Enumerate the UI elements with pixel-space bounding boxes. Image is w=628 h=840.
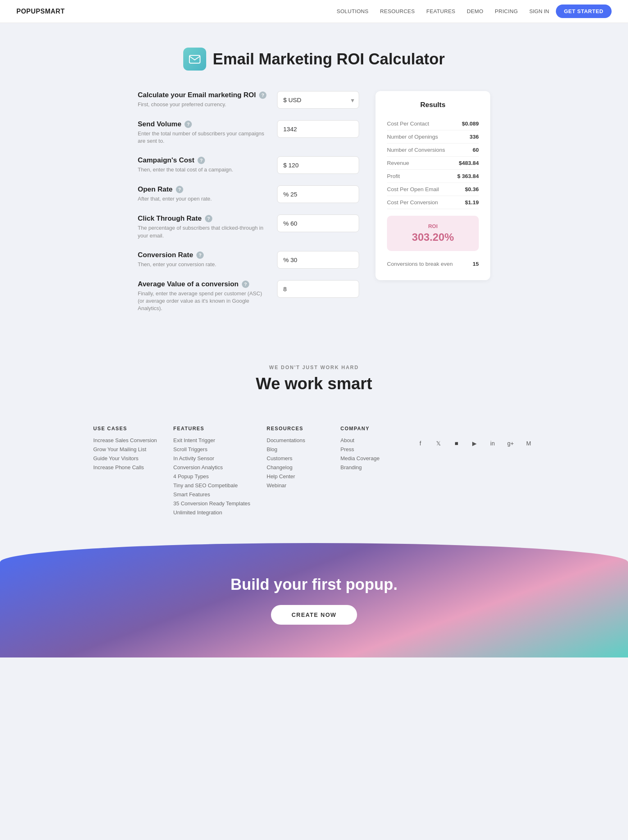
conversion-rate-help-icon[interactable]: ? <box>196 251 204 259</box>
twitter-icon[interactable]: 𝕏 <box>432 437 445 450</box>
footer-link-branding[interactable]: Branding <box>341 464 398 470</box>
nav-pricing[interactable]: PRICING <box>495 8 518 14</box>
smart-title: We work smart <box>8 374 620 393</box>
conversion-rate-input[interactable] <box>277 251 359 269</box>
result-number-conversions: Number of Conversions 60 <box>387 144 479 157</box>
roi-label: ROI <box>394 223 471 229</box>
open-rate-input[interactable] <box>277 185 359 203</box>
currency-help-icon[interactable]: ? <box>259 91 266 99</box>
roi-box: ROI 303.20% <box>387 216 479 251</box>
currency-row: Calculate your Email marketing ROI ? Fir… <box>138 91 359 109</box>
footer-link-templates[interactable]: 35 Conversion Ready Templates <box>173 500 250 507</box>
nav-signin[interactable]: SIGN IN <box>529 8 549 14</box>
send-volume-desc: Enter the total number of subscribers yo… <box>138 130 269 145</box>
footer-link-activity-sensor[interactable]: In Activity Sensor <box>173 455 250 461</box>
footer-link-changelog[interactable]: Changelog <box>267 464 324 470</box>
navbar: POPUPSMART SOLUTIONS RESOURCES FEATURES … <box>0 0 628 23</box>
avg-value-help-icon[interactable]: ? <box>242 281 249 288</box>
send-volume-help-icon[interactable]: ? <box>184 121 192 128</box>
footer-link-press[interactable]: Press <box>341 446 398 452</box>
nav-solutions[interactable]: SOLUTIONS <box>337 8 369 14</box>
footer-link-help[interactable]: Help Center <box>267 473 324 479</box>
features-title: FEATURES <box>173 426 250 431</box>
result-profit: Profit $ 363.84 <box>387 170 479 183</box>
open-rate-desc: After that, enter your open rate. <box>138 195 269 203</box>
title-icon <box>183 48 206 71</box>
cta-section: Build your first popup. CREATE NOW <box>0 543 628 657</box>
ctr-help-icon[interactable]: ? <box>205 215 212 222</box>
footer-links-section: USE CASES Increase Sales Conversion Grow… <box>0 409 628 543</box>
currency-desc: First, choose your preferred currency. <box>138 101 269 108</box>
linkedin-icon[interactable]: in <box>487 437 499 450</box>
cta-create-button[interactable]: CREATE NOW <box>271 605 357 625</box>
campaign-cost-input[interactable] <box>277 156 359 174</box>
conversion-rate-label: Conversion Rate ? <box>138 251 269 259</box>
ctr-desc: The percentage of subscribers that click… <box>138 224 269 239</box>
avg-value-desc: Finally, enter the average spend per cus… <box>138 290 269 313</box>
form-column: Calculate your Email marketing ROI ? Fir… <box>138 91 359 324</box>
result-cost-per-contact: Cost Per Contact $0.089 <box>387 117 479 130</box>
footer-link-scroll-triggers[interactable]: Scroll Triggers <box>173 446 250 452</box>
footer-link-media[interactable]: Media Coverage <box>341 455 398 461</box>
resources-title: RESOURCES <box>267 426 324 431</box>
ctr-label: Click Through Rate ? <box>138 215 269 223</box>
footer-link-seo[interactable]: Tiny and SEO Competibale <box>173 482 250 488</box>
use-cases-title: USE CASES <box>93 426 157 431</box>
footer-link-increase-calls[interactable]: Increase Phone Calls <box>93 464 157 470</box>
avg-value-input[interactable] <box>277 280 359 298</box>
footer-link-smart-features[interactable]: Smart Features <box>173 491 250 498</box>
footer-link-conversion-analytics[interactable]: Conversion Analytics <box>173 464 250 470</box>
ctr-row: Click Through Rate ? The percentage of s… <box>138 215 359 239</box>
footer-link-grow-mailing[interactable]: Grow Your Mailing List <box>93 446 157 452</box>
footer-link-webinar[interactable]: Webinar <box>267 482 324 488</box>
footer-link-blog[interactable]: Blog <box>267 446 324 452</box>
currency-select[interactable]: $ USD € EUR £ GBP <box>277 91 359 109</box>
footer-link-about[interactable]: About <box>341 437 398 443</box>
roi-value: 303.20% <box>394 231 471 244</box>
youtube-icon[interactable]: ▶ <box>469 437 481 450</box>
nav-resources[interactable]: RESOURCES <box>380 8 415 14</box>
facebook-icon[interactable]: f <box>414 437 427 450</box>
nav-demo[interactable]: DEMO <box>467 8 483 14</box>
footer-columns: USE CASES Increase Sales Conversion Grow… <box>33 426 595 518</box>
send-volume-label: Send Volume ? <box>138 120 269 128</box>
smart-eyebrow: WE DON'T JUST WORK HARD <box>8 365 620 370</box>
send-volume-row: Send Volume ? Enter the total number of … <box>138 120 359 145</box>
footer-link-docs[interactable]: Documentations <box>267 437 324 443</box>
svg-rect-0 <box>189 55 200 63</box>
results-title: Results <box>387 101 479 109</box>
open-rate-help-icon[interactable]: ? <box>176 186 183 193</box>
instagram-icon[interactable]: ◾ <box>451 437 463 450</box>
campaign-cost-label: Campaign's Cost ? <box>138 156 269 164</box>
conversion-rate-row: Conversion Rate ? Then, enter your conve… <box>138 251 359 269</box>
campaign-cost-help-icon[interactable]: ? <box>198 157 205 164</box>
footer-link-popup-types[interactable]: 4 Popup Types <box>173 473 250 479</box>
googleplus-icon[interactable]: g+ <box>505 437 517 450</box>
result-cost-per-open: Cost Per Open Email $0.36 <box>387 183 479 196</box>
footer-social: SOCIAL f 𝕏 ◾ ▶ in g+ M <box>414 426 535 518</box>
nav-logo[interactable]: POPUPSMART <box>16 8 65 15</box>
nav-links: SOLUTIONS RESOURCES FEATURES DEMO PRICIN… <box>337 8 518 14</box>
conversion-rate-desc: Then, enter your conversion rate. <box>138 261 269 268</box>
footer-use-cases: USE CASES Increase Sales Conversion Grow… <box>93 426 157 518</box>
footer-link-guide-visitors[interactable]: Guide Your Visitors <box>93 455 157 461</box>
smart-section: WE DON'T JUST WORK HARD We work smart <box>0 340 628 409</box>
avg-value-label: Average Value of a conversion ? <box>138 280 269 288</box>
result-break-even: Conversions to break even 15 <box>387 258 479 270</box>
send-volume-input[interactable] <box>277 120 359 138</box>
result-revenue: Revenue $483.84 <box>387 157 479 170</box>
footer-company: COMPANY About Press Media Coverage Brand… <box>341 426 398 518</box>
footer-link-integration[interactable]: Unlimited Integration <box>173 509 250 516</box>
cta-title: Build your first popup. <box>8 576 620 593</box>
footer-link-exit-intent[interactable]: Exit Intent Trigger <box>173 437 250 443</box>
ctr-input[interactable] <box>277 215 359 232</box>
footer-resources: RESOURCES Documentations Blog Customers … <box>267 426 324 518</box>
social-links: f 𝕏 ◾ ▶ in g+ M <box>414 437 535 450</box>
nav-get-started-button[interactable]: GET STARTED <box>556 5 612 18</box>
nav-features[interactable]: FEATURES <box>426 8 455 14</box>
footer-link-customers[interactable]: Customers <box>267 455 324 461</box>
footer-link-increase-sales[interactable]: Increase Sales Conversion <box>93 437 157 443</box>
open-rate-label: Open Rate ? <box>138 185 269 194</box>
medium-icon[interactable]: M <box>523 437 535 450</box>
currency-label: Calculate your Email marketing ROI ? <box>138 91 269 99</box>
